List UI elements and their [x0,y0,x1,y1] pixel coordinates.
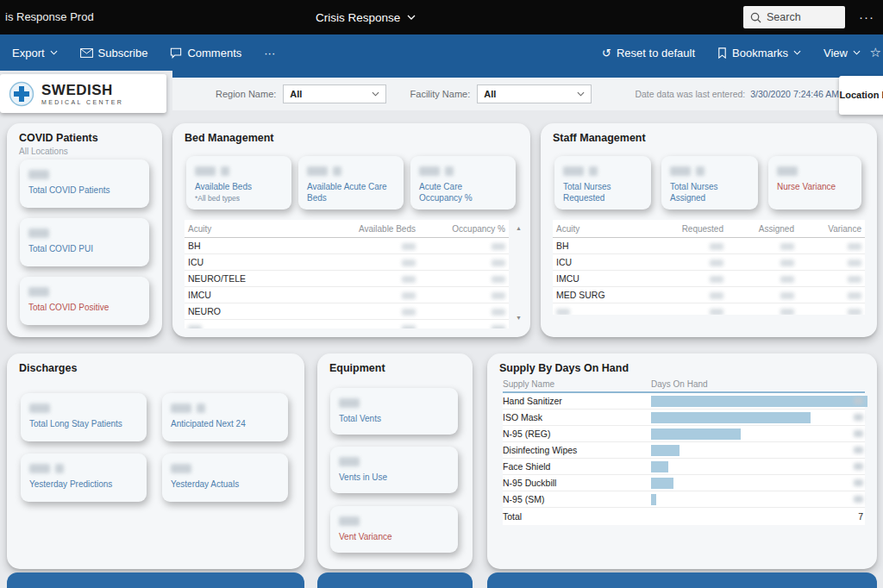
supply-name-cell: N-95 Duckbill [503,478,556,488]
table-row[interactable]: ICU [553,254,865,271]
table-row[interactable]: MED SURG [553,287,865,303]
kpi-value-redacted [195,166,216,176]
supply-row[interactable]: N-95 (REG) [503,426,865,442]
redacted-value [848,243,861,250]
table-row-partial[interactable] [553,303,865,315]
kpi-yesterday-predictions[interactable]: Yesterday Predictions [21,454,147,502]
search-input[interactable] [743,6,845,28]
kpi-label: Total Nurses Assigned [670,182,749,203]
view-button[interactable]: View [824,47,861,59]
kpi-total-covid-pui[interactable]: Total COVID PUI [20,218,149,266]
subscribe-button[interactable]: Subscribe [80,47,148,59]
supply-row[interactable]: Disinfecting Wipes [503,442,865,459]
more-options-button[interactable]: ··· [859,0,874,34]
more-commands-button[interactable]: ··· [264,47,275,59]
kpi-label: Available Beds [195,182,283,193]
days-on-hand-bar[interactable] [651,445,679,456]
comments-label: Comments [187,47,241,59]
kpi-value-redacted [445,166,454,176]
supply-header-row: Supply Name Days On Hand [503,376,865,393]
kpi-total-nurses-assigned[interactable]: Total Nurses Assigned [661,156,758,210]
kpi-value-redacted [171,403,191,413]
redacted-value [402,260,416,266]
location-details-button[interactable]: Location Details [839,76,883,115]
table-row[interactable]: ICU [185,254,509,271]
table-row[interactable]: IMCU [185,287,509,303]
redacted-value [402,243,416,250]
supply-row[interactable]: Hand Sanitizer [503,393,865,410]
action-bar-left-group: Export Subscribe Comments ··· [12,34,275,71]
kpi-value-redacted [333,166,341,176]
region-filter-dropdown[interactable]: All [283,84,385,103]
table-row[interactable]: BH [185,238,509,254]
table-row[interactable]: BH [553,238,865,254]
kpi-available-acute-care-beds[interactable]: Available Acute Care Beds [298,156,404,210]
chevron-down-icon [793,50,801,55]
redacted-value [854,463,863,470]
days-on-hand-bar[interactable] [651,461,668,472]
facility-filter-dropdown[interactable]: All [477,84,592,103]
bookmarks-label: Bookmarks [732,47,788,59]
kpi-total-long-stay-patients[interactable]: Total Long Stay Patients [21,393,147,441]
export-label: Export [12,47,45,59]
chevron-down-icon [577,91,585,97]
kpi-vent-variance[interactable]: Vent Variance [330,506,458,553]
kpi-label: Yesterday Predictions [29,479,138,491]
kpi-total-nurses-requested[interactable]: Total Nurses Requested [554,156,651,210]
scroll-down-icon[interactable]: ▼ [516,315,522,321]
kpi-total-vents[interactable]: Total Vents [330,388,458,435]
supply-name-cell: N-95 (SM) [503,494,544,504]
app-switcher[interactable]: Crisis Response [316,0,416,34]
kpi-value-redacted [28,287,49,297]
redacted-value [492,260,505,266]
table-row[interactable]: IMCU [553,271,865,287]
redacted-value [556,309,570,315]
table-row[interactable]: NEURO [185,303,509,320]
comments-button[interactable]: Comments [170,47,241,59]
redacted-value [848,260,861,266]
kpi-vents-in-use[interactable]: Vents in Use [330,447,458,493]
redacted-value [854,447,863,454]
chevron-down-icon [853,50,861,55]
redacted-value [492,325,505,328]
bookmark-icon [717,47,727,59]
supply-row[interactable]: N-95 (SM) [503,491,865,508]
favorite-star-icon[interactable]: ☆ [870,34,881,71]
export-button[interactable]: Export [12,47,58,59]
logo-line2: MEDICAL CENTER [41,99,123,105]
acuity-cell: NEURO/TELE [188,273,314,284]
top-app-bar: is Response Prod Crisis Response ··· [0,0,883,34]
supply-row[interactable]: Face Shield [503,459,865,475]
days-on-hand-bar[interactable] [651,396,867,407]
days-on-hand-bar[interactable] [651,494,656,505]
discharges-card: Discharges Total Long Stay Patients Anti… [7,353,304,569]
kpi-nurse-variance[interactable]: Nurse Variance [768,156,861,210]
kpi-anticipated-next-24[interactable]: Anticipated Next 24 [162,393,288,441]
redacted-value [780,309,794,315]
kpi-value-redacted [28,170,49,179]
kpi-yesterday-actuals[interactable]: Yesterday Actuals [162,454,288,502]
supply-card-title: Supply By Days On Hand [499,362,629,374]
acuity-cell: NEURO [188,306,314,316]
days-on-hand-bar[interactable] [651,412,811,423]
reset-icon: ↺ [602,47,611,59]
bookmarks-button[interactable]: Bookmarks [717,47,801,59]
medical-cross-icon [9,81,34,107]
reset-to-default-button[interactable]: ↺ Reset to default [602,47,695,59]
search-field[interactable] [767,11,827,23]
col-header-assigned: Assigned [723,224,794,234]
scroll-up-icon[interactable]: ▲ [516,225,522,231]
logo-line1: SWEDISH [41,83,123,97]
supply-row[interactable]: N-95 Duckbill [503,475,865,491]
table-row[interactable]: NEURO/TELE [185,271,509,287]
days-on-hand-bar[interactable] [651,428,741,440]
acuity-cell: ICU [188,257,314,267]
days-on-hand-bar[interactable] [651,478,673,489]
kpi-total-covid-patients[interactable]: Total COVID Patients [20,160,149,208]
redacted-value [710,292,723,299]
table-row-partial[interactable] [185,320,509,328]
kpi-available-beds[interactable]: Available Beds *All bed types [186,156,291,210]
supply-row[interactable]: ISO Mask [503,410,865,426]
kpi-acute-care-occupancy[interactable]: Acute Care Occupancy % [410,156,516,210]
kpi-total-covid-positive[interactable]: Total COVID Positive [20,277,149,325]
